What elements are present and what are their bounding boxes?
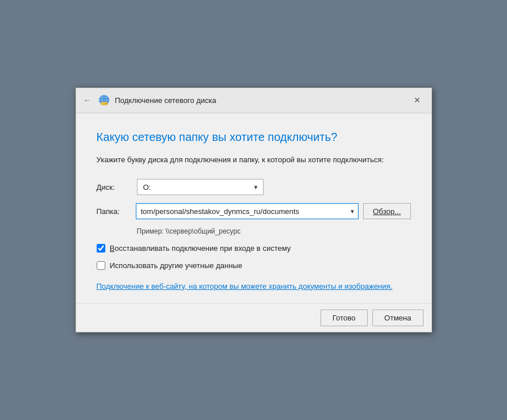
folder-row: Папка: ▼ Обзор... [97, 203, 411, 219]
dialog-window: ← Подключение сетевого диска ✕ Какую сет… [75, 87, 432, 333]
disk-dropdown[interactable]: O: P: Q: [137, 179, 264, 195]
dialog-footer: Готово Отмена [76, 303, 432, 332]
folder-label: Папка: [97, 207, 131, 216]
reconnect-checkbox[interactable] [97, 244, 105, 253]
alt-credentials-checkbox[interactable] [97, 261, 105, 270]
reconnect-checkbox-row: Восстанавливать подключение при входе в … [97, 243, 411, 254]
browse-button[interactable]: Обзор... [363, 203, 410, 219]
back-button[interactable]: ← [82, 94, 93, 106]
disk-label: Диск: [97, 183, 131, 192]
close-button[interactable]: ✕ [409, 91, 426, 109]
disk-row: Диск: O: P: Q: ▼ [97, 179, 411, 195]
example-text: Пример: \\сервер\общий_ресурс [137, 227, 411, 235]
ok-button[interactable]: Готово [321, 310, 368, 326]
link-container: Подключение к веб-сайту, на котором вы м… [97, 281, 411, 292]
cancel-button[interactable]: Отмена [372, 310, 424, 326]
website-link[interactable]: Подключение к веб-сайту, на котором вы м… [97, 282, 392, 291]
disk-dropdown-wrapper: O: P: Q: ▼ [137, 179, 264, 195]
dialog-content: Какую сетевую папку вы хотите подключить… [76, 113, 432, 303]
alt-credentials-checkbox-row: Использовать другие учетные данные [97, 261, 411, 271]
title-bar: ← Подключение сетевого диска ✕ [76, 88, 432, 113]
alt-credentials-checkbox-label: Использовать другие учетные данные [110, 261, 242, 271]
titlebar-icon [98, 94, 110, 106]
main-heading: Какую сетевую папку вы хотите подключить… [97, 129, 411, 144]
description: Укажите букву диска для подключения и па… [97, 155, 411, 165]
reconnect-checkbox-label: Восстанавливать подключение при входе в … [110, 243, 291, 254]
svg-point-6 [106, 103, 107, 104]
title-bar-title: Подключение сетевого диска [115, 96, 426, 105]
folder-input-wrapper: ▼ [136, 203, 359, 219]
folder-dropdown-arrow-icon[interactable]: ▼ [349, 208, 355, 215]
folder-input[interactable] [136, 203, 359, 219]
